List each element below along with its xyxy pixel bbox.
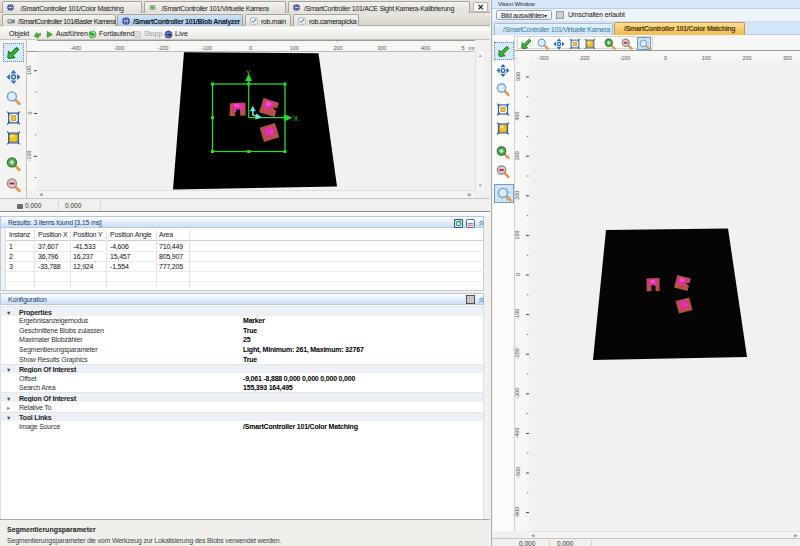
svg-text:300: 300 bbox=[515, 151, 521, 160]
svg-text:400: 400 bbox=[421, 45, 430, 51]
svg-text:100: 100 bbox=[290, 45, 299, 51]
svg-text:0: 0 bbox=[27, 112, 33, 115]
svg-text:-100: -100 bbox=[515, 309, 521, 320]
svg-text:-300: -300 bbox=[114, 45, 125, 51]
svg-text:100: 100 bbox=[27, 66, 33, 75]
svg-text:500: 500 bbox=[515, 72, 521, 81]
svg-text:-400: -400 bbox=[70, 45, 81, 51]
svg-text:Y: Y bbox=[246, 69, 251, 76]
svg-text:mm: mm bbox=[469, 45, 475, 51]
svg-text:-300: -300 bbox=[515, 388, 521, 399]
svg-text:200: 200 bbox=[515, 191, 521, 200]
svg-text:300: 300 bbox=[377, 45, 386, 51]
svg-text:X: X bbox=[294, 115, 299, 122]
svg-text:0: 0 bbox=[515, 273, 521, 276]
svg-text:-500: -500 bbox=[515, 467, 521, 478]
svg-text:5: 5 bbox=[462, 45, 465, 51]
svg-text:200: 200 bbox=[334, 45, 343, 51]
svg-text:-100: -100 bbox=[201, 45, 212, 51]
svg-text:100: 100 bbox=[515, 230, 521, 239]
svg-text:400: 400 bbox=[515, 112, 521, 121]
svg-text:-600: -600 bbox=[515, 507, 521, 518]
svg-text:0: 0 bbox=[249, 45, 252, 51]
svg-text:-100: -100 bbox=[27, 150, 33, 161]
svg-text:-200: -200 bbox=[158, 45, 169, 51]
svg-text:-400: -400 bbox=[515, 428, 521, 439]
svg-text:-200: -200 bbox=[515, 348, 521, 359]
